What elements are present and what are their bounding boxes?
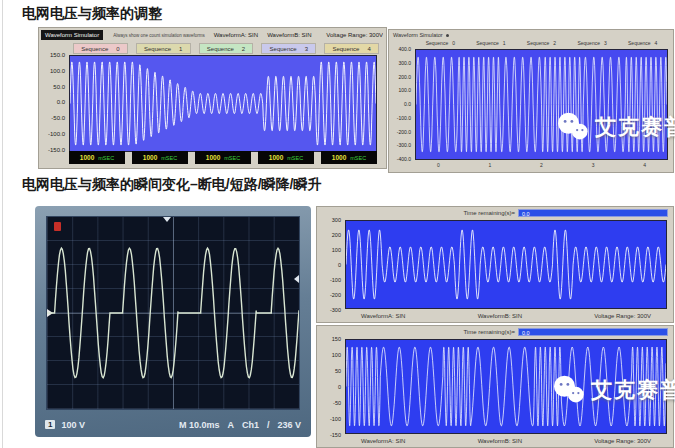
sequence-time-box-4[interactable]: 1000 mSEC xyxy=(321,151,377,164)
voltage-range-readout: Voltage Range: 300V xyxy=(594,313,651,319)
y-tick: 400.0 xyxy=(398,46,411,52)
waveform-b-readout: WaveformB: SIN xyxy=(478,438,522,444)
sequence-time-box-1[interactable]: 1000 mSEC xyxy=(132,151,188,164)
panel-footer: WaveformA: SIN WaveformB: SIN Voltage Ra… xyxy=(345,436,667,446)
panel-footer: WaveformA: SIN WaveformB: SIN Voltage Ra… xyxy=(345,311,667,321)
sequence-label: Sequence xyxy=(476,40,499,48)
x-tick: 0 xyxy=(437,162,440,170)
time-value: 1000 xyxy=(269,154,283,161)
simulator-header: Waveform Simulator Always show one count… xyxy=(41,29,383,41)
y-tick: -300.0 xyxy=(397,142,411,148)
sequence-chip-2[interactable]: Sequence 2 xyxy=(527,40,556,48)
time-unit: mSEC xyxy=(161,155,177,161)
status-dot-icon xyxy=(446,34,449,37)
time-unit: mSEC xyxy=(224,155,240,161)
waveform-b-readout: WaveformB: SIN xyxy=(267,32,311,38)
sequence-number: 3 xyxy=(604,40,607,48)
trigger-readout-group: M 10.0ms A Ch1 / 236 V xyxy=(179,420,301,430)
sequence-label: Sequence xyxy=(332,46,359,52)
sequence-label: Sequence xyxy=(628,40,651,48)
scope-status-bar: 1 100 V M 10.0ms A Ch1 / 236 V xyxy=(45,417,301,432)
y-axis-ticks: 300 200 100 0 -100 -200 -300 xyxy=(319,217,343,313)
y-tick: 100.0 xyxy=(398,87,411,93)
y-tick: -50.0 xyxy=(51,115,65,121)
sequence-chip-4[interactable]: Sequence 4 xyxy=(628,40,657,48)
y-tick: -100 xyxy=(330,277,341,283)
y-tick: 50 xyxy=(335,368,341,374)
y-tick: 200.0 xyxy=(398,74,411,80)
x-tick: 3 xyxy=(592,162,595,170)
time-unit: mSEC xyxy=(98,155,114,161)
waveform-a-readout: WaveformA: SIN xyxy=(361,438,405,444)
sequence-label: Sequence xyxy=(207,46,234,52)
time-value: 1000 xyxy=(332,154,346,161)
frequency-waveform-plot xyxy=(415,49,668,160)
screenshot-waveform-simulator-right: Waveform Simulator Sequence 0 Sequence 1… xyxy=(388,29,674,173)
sequence-number: 4 xyxy=(367,46,370,52)
sequence-chip-row: Sequence 0 Sequence 1 Sequence 2 Sequenc… xyxy=(73,43,379,54)
waveform-b-readout: WaveformB: SIN xyxy=(478,313,522,319)
watermark: 艾克赛普 xyxy=(552,375,675,405)
trigger-level-readout: 236 V xyxy=(277,420,301,430)
y-tick: -400.0 xyxy=(397,156,411,162)
sequence-chip-4[interactable]: Sequence 4 xyxy=(324,43,379,54)
y-tick: 300.0 xyxy=(398,60,411,66)
y-tick: 50.0 xyxy=(53,84,65,90)
sequence-chip-3[interactable]: Sequence 3 xyxy=(577,40,606,48)
article-page: 电网电压与频率的调整 Waveform Simulator Always sho… xyxy=(0,0,675,448)
scope-screen xyxy=(46,216,300,410)
sequence-number: 0 xyxy=(116,46,119,52)
sequence-time-box-3[interactable]: 1000 mSEC xyxy=(258,151,314,164)
oscilloscope-photo: 1 100 V M 10.0ms A Ch1 / 236 V xyxy=(35,206,311,437)
app-title: Waveform Simulator xyxy=(393,32,443,38)
sequence-number: 2 xyxy=(242,46,245,52)
sequence-number: 1 xyxy=(503,40,506,48)
sequence-number: 2 xyxy=(553,40,556,48)
time-remaining-row: Time remaining(s)= 0.0 xyxy=(463,328,668,336)
sequence-label: Sequence xyxy=(270,46,297,52)
heading-transient-changes: 电网电压与频率的瞬间变化–断电/短路/瞬降/瞬升 xyxy=(22,176,321,194)
y-axis-ticks: 150 100 50 0 -50 -100 -150 xyxy=(319,336,343,438)
y-tick: 300 xyxy=(332,217,341,223)
time-remaining-field[interactable]: 0.0 xyxy=(518,209,668,217)
sequence-chip-0[interactable]: Sequence 0 xyxy=(73,43,128,54)
sequence-label: Sequence xyxy=(577,40,600,48)
sag-swell-waveform-plot xyxy=(345,220,667,309)
heading-voltage-frequency-adjustment: 电网电压与频率的调整 xyxy=(22,5,162,23)
waveform-a-readout: WaveformA: SIN xyxy=(214,32,258,38)
channel-badge: 1 xyxy=(45,420,55,429)
y-tick: -300 xyxy=(330,307,341,313)
page-left-border xyxy=(2,0,3,448)
sequence-time-box-2[interactable]: 1000 mSEC xyxy=(195,151,251,164)
sequence-chip-2[interactable]: Sequence 2 xyxy=(199,43,254,54)
sequence-time-row: 1000 mSEC 1000 mSEC 1000 mSEC 1000 mSEC … xyxy=(69,151,377,164)
time-remaining-label: Time remaining(s)= xyxy=(463,329,515,335)
sequence-label: Sequence xyxy=(426,40,449,48)
watermark-text: 艾克赛普 xyxy=(591,376,675,404)
y-tick: 100 xyxy=(332,247,341,253)
time-remaining-field[interactable]: 0.0 xyxy=(518,328,668,336)
x-axis-ticks: 0 1 2 3 4 xyxy=(415,162,668,170)
sequence-chip-1[interactable]: Sequence 1 xyxy=(476,40,505,48)
y-tick: -100 xyxy=(330,416,341,422)
voltage-range-readout: Voltage Range: 300V xyxy=(594,438,651,444)
y-tick: 0 xyxy=(338,262,341,268)
y-tick: -150 xyxy=(330,432,341,438)
y-tick: -200.0 xyxy=(397,129,411,135)
sequence-chip-0[interactable]: Sequence 0 xyxy=(426,40,455,48)
time-unit: mSEC xyxy=(350,155,366,161)
wechat-icon xyxy=(556,112,590,142)
sequence-chip-3[interactable]: Sequence 3 xyxy=(261,43,316,54)
y-axis-ticks: 150.0 100.0 50.0 0.0 -50.0 -100.0 -150.0 xyxy=(41,52,67,153)
scope-trace xyxy=(47,217,299,409)
y-tick: -50 xyxy=(333,400,341,406)
sequence-time-box-0[interactable]: 1000 mSEC xyxy=(69,151,125,164)
simulator-subtitle: Always show one count simulation wavefor… xyxy=(113,33,205,38)
app-title-badge: Waveform Simulator xyxy=(41,30,103,40)
y-tick: 150.0 xyxy=(50,52,65,58)
y-tick: 0.0 xyxy=(404,101,411,107)
sequence-chip-1[interactable]: Sequence 1 xyxy=(136,43,191,54)
time-value: 1000 xyxy=(206,154,220,161)
time-value: 1000 xyxy=(80,154,94,161)
timebase-readout: M 10.0ms xyxy=(179,420,220,430)
